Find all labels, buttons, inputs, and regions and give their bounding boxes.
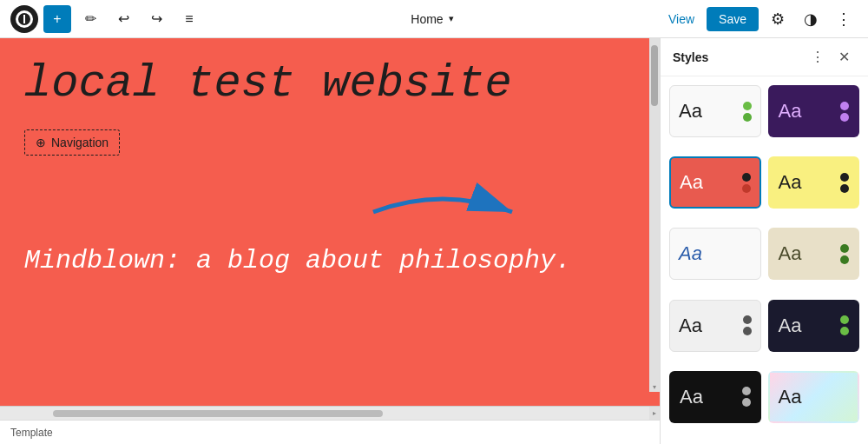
style-dot-7a (743, 315, 752, 324)
style-dot-4a (840, 173, 849, 182)
style-item-4[interactable]: Aa (768, 156, 860, 209)
style-aa-label-8: Aa (779, 315, 802, 337)
style-dot-1a (743, 102, 752, 110)
panel-close-button[interactable]: ✕ (832, 45, 856, 70)
scroll-right-arrow[interactable]: ▸ (649, 407, 660, 420)
view-button[interactable]: View (661, 9, 701, 30)
navigation-label: Navigation (51, 136, 108, 149)
style-item-8[interactable]: Aa (768, 300, 860, 352)
scroll-down-arrow[interactable]: ▾ (649, 381, 660, 392)
arrow-indicator (365, 177, 521, 247)
style-dot-7b (743, 327, 752, 335)
style-item-10[interactable]: Aa (768, 371, 860, 423)
style-dot-3b (742, 184, 751, 193)
style-item-6[interactable]: Aa (768, 228, 860, 280)
styles-panel: Styles ⋮ ✕ Aa Aa (660, 38, 868, 444)
style-dots-1 (743, 102, 752, 122)
style-aa-label-6: Aa (779, 242, 802, 265)
site-tagline: Mindblown: a blog about philosophy. (24, 242, 635, 279)
style-dots-3 (742, 173, 751, 193)
style-dot-6a (840, 244, 849, 253)
style-dot-8b (840, 327, 849, 335)
template-bar: Template (0, 420, 660, 444)
panel-more-button[interactable]: ⋮ (806, 45, 830, 70)
template-label: Template (10, 427, 53, 439)
style-dots-7 (743, 315, 752, 335)
page-canvas: local test website ⊕ Navigation Mindblow… (0, 38, 660, 406)
style-aa-label-1: Aa (679, 100, 702, 123)
style-item-1[interactable]: Aa (669, 85, 761, 137)
navigation-icon: ⊕ (36, 136, 46, 149)
style-aa-label-3: Aa (680, 171, 703, 194)
style-item-2[interactable]: Aa (768, 85, 860, 137)
undo-button[interactable]: ↩ (109, 5, 137, 33)
style-aa-label-9: Aa (680, 386, 703, 408)
page-title-area: Home ▾ (208, 12, 656, 26)
style-dots-9 (742, 387, 751, 407)
settings-button[interactable]: ⚙ (764, 5, 792, 33)
pen-tool-button[interactable]: ✏ (76, 5, 104, 33)
page-title: Home (411, 12, 443, 26)
style-dot-6b (840, 255, 849, 264)
more-options-button[interactable]: ⋮ (830, 5, 858, 33)
canvas-horizontal-scrollbar[interactable]: ▸ (0, 406, 660, 420)
style-dot-4b (840, 184, 849, 193)
styles-grid: Aa Aa Aa (661, 76, 868, 444)
canvas-scrollbar-thumb (651, 45, 658, 106)
style-aa-label-7: Aa (679, 315, 702, 337)
panel-actions: ⋮ ✕ (806, 45, 856, 70)
style-dot-1b (743, 113, 752, 122)
toolbar-right: View Save ⚙ ◑ ⋮ (661, 5, 858, 33)
canvas-area: local test website ⊕ Navigation Mindblow… (0, 38, 660, 444)
style-item-3[interactable]: Aa (669, 156, 761, 209)
style-aa-label-2: Aa (779, 100, 802, 123)
main-area: local test website ⊕ Navigation Mindblow… (0, 38, 868, 444)
style-dot-9b (742, 398, 751, 407)
style-aa-label-5: Aa (679, 242, 702, 265)
style-dot-8a (840, 315, 849, 324)
style-dot-2b (840, 113, 849, 122)
style-dots-2 (840, 102, 849, 122)
style-aa-label-10: Aa (779, 386, 802, 408)
style-item-7[interactable]: Aa (669, 300, 761, 352)
canvas-scroll[interactable]: local test website ⊕ Navigation Mindblow… (0, 38, 660, 406)
toolbar: + ✏ ↩ ↪ ≡ Home ▾ View Save ⚙ ◑ ⋮ (0, 0, 868, 38)
style-dot-9a (742, 387, 751, 395)
style-dots-4 (840, 173, 849, 193)
list-view-button[interactable]: ≡ (175, 5, 203, 33)
canvas-horizontal-thumb (53, 410, 383, 417)
theme-toggle-button[interactable]: ◑ (797, 5, 825, 33)
wp-logo-button[interactable] (10, 5, 38, 33)
canvas-vertical-scrollbar[interactable]: ▾ (649, 38, 660, 392)
style-dots-8 (840, 315, 849, 335)
save-button[interactable]: Save (707, 7, 759, 31)
wp-logo-icon (16, 10, 33, 28)
add-block-button[interactable]: + (43, 5, 71, 33)
style-dots-6 (840, 244, 849, 264)
style-item-5[interactable]: Aa (669, 228, 761, 280)
site-title: local test website (24, 59, 635, 109)
navigation-block[interactable]: ⊕ Navigation (24, 129, 120, 156)
panel-header: Styles ⋮ ✕ (661, 38, 868, 76)
page-title-dropdown-icon[interactable]: ▾ (449, 13, 454, 24)
style-item-9[interactable]: Aa (669, 371, 761, 423)
style-aa-label-4: Aa (779, 171, 802, 194)
panel-title: Styles (673, 50, 806, 64)
style-dot-2a (840, 102, 849, 110)
style-dot-3a (742, 173, 751, 182)
redo-button[interactable]: ↪ (142, 5, 170, 33)
